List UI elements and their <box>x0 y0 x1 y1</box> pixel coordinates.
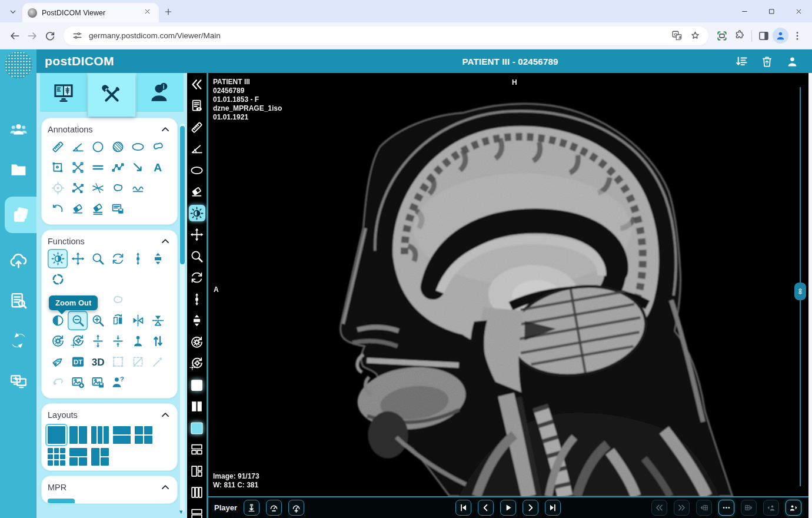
flip-vertical-button[interactable] <box>128 311 148 330</box>
tab-tools[interactable] <box>88 73 135 117</box>
maximize-button[interactable] <box>758 0 785 22</box>
eraser-button[interactable] <box>189 184 205 200</box>
layout-1top-2bottom-button[interactable] <box>69 448 87 466</box>
browser-menu-button[interactable] <box>788 27 806 45</box>
sidebar-item-worklist[interactable] <box>0 287 36 313</box>
annotations-header[interactable]: Annotations <box>48 122 171 137</box>
next-stack-button[interactable] <box>741 500 757 516</box>
zoom-in-button[interactable] <box>88 311 108 330</box>
layout-3x3-button[interactable] <box>48 448 65 466</box>
dicom-dt-button[interactable]: DT <box>68 352 88 371</box>
next-image-button[interactable] <box>523 500 538 516</box>
export-image-button[interactable] <box>68 373 88 392</box>
viewer[interactable]: PATIENT III 02456789 01.01.1853 - F dzne… <box>208 73 808 496</box>
previous-series-button[interactable] <box>651 500 667 516</box>
last-image-button[interactable] <box>545 500 561 516</box>
export-cine-button[interactable] <box>244 500 259 516</box>
sidebar-item-sync[interactable] <box>0 327 36 353</box>
layout-current-button[interactable] <box>189 420 205 436</box>
erase-all-button[interactable] <box>88 199 108 218</box>
polyline-button[interactable] <box>108 158 128 177</box>
speed-up-button[interactable] <box>288 500 304 516</box>
layout-3col-button[interactable] <box>189 484 205 501</box>
tab-display[interactable] <box>40 73 87 112</box>
spline-wave-button[interactable] <box>128 178 148 198</box>
account-button[interactable] <box>785 54 799 68</box>
extensions-button[interactable] <box>731 27 748 45</box>
collapse-panel-button[interactable] <box>189 76 205 92</box>
cross-measure-button[interactable] <box>68 158 88 177</box>
previous-image-button[interactable] <box>478 500 494 516</box>
angle-button[interactable] <box>68 137 88 157</box>
undo-annotation-button[interactable] <box>48 199 68 218</box>
reload-button[interactable] <box>41 27 59 45</box>
reset-rotate-button[interactable] <box>189 334 205 350</box>
layout-1x1-button[interactable] <box>48 426 65 444</box>
patient-orientation-button[interactable] <box>128 331 148 351</box>
scroll-vertical-button[interactable] <box>189 291 205 307</box>
volume-3d-button[interactable]: 3D <box>88 352 108 371</box>
select-region-button[interactable] <box>108 352 128 371</box>
reset-window-button[interactable] <box>68 331 88 351</box>
window-level-button[interactable] <box>48 249 68 268</box>
layout-2row-button[interactable] <box>189 506 205 518</box>
mri-sagittal-brain-image[interactable] <box>287 76 735 496</box>
anonymize-button[interactable]: ? <box>108 373 128 392</box>
reset-rotate-button[interactable] <box>48 331 68 351</box>
next-patient-button[interactable] <box>786 500 801 516</box>
collapse-mpr-button[interactable] <box>159 482 171 493</box>
flip-horizontal-button[interactable] <box>108 311 128 330</box>
localizer-button[interactable] <box>48 270 68 289</box>
stack-slider-thumb[interactable] <box>794 283 806 300</box>
sidebar-item-upload[interactable] <box>0 247 36 273</box>
translate-button[interactable]: GA <box>670 29 683 42</box>
collapse-vertical-button[interactable] <box>108 331 128 351</box>
sidebar-item-share[interactable] <box>0 367 36 393</box>
sort-order-button[interactable] <box>148 331 168 351</box>
cobb-angle-button[interactable] <box>88 178 108 198</box>
layout-1top-2bottom-button[interactable] <box>189 441 205 458</box>
magnify-button[interactable] <box>88 249 108 268</box>
rotate-flip-button[interactable] <box>148 311 168 330</box>
window-level-button[interactable] <box>189 205 205 221</box>
side-panel-button[interactable] <box>755 27 773 45</box>
pan-button[interactable] <box>189 227 205 243</box>
magnify-button[interactable] <box>189 248 205 264</box>
layouts-header[interactable]: Layouts <box>48 407 171 423</box>
ruler-button[interactable] <box>189 119 205 135</box>
layout-1x2-button[interactable] <box>69 426 87 444</box>
address-bar[interactable]: germany.postdicom.com/Viewer/Main GA <box>64 26 708 45</box>
rectangle-button[interactable] <box>48 158 68 177</box>
speed-down-button[interactable] <box>266 500 282 516</box>
pan-button[interactable] <box>68 249 88 268</box>
functions-header[interactable]: Functions <box>48 234 171 249</box>
arrow-button[interactable] <box>128 158 148 177</box>
previous-stack-button[interactable] <box>696 500 712 516</box>
stack-scroll-button[interactable] <box>148 249 168 268</box>
stack-scroll-button[interactable] <box>189 313 205 329</box>
closed-freehand-button[interactable] <box>108 178 128 198</box>
layout-2x2-button[interactable] <box>135 426 152 444</box>
more-options-button[interactable] <box>718 500 734 516</box>
rotate-button[interactable] <box>189 270 205 286</box>
parallel-lines-button[interactable] <box>88 158 108 177</box>
new-tab-button[interactable] <box>161 4 176 19</box>
sort-series-button[interactable] <box>734 54 748 68</box>
report-button[interactable] <box>189 98 205 114</box>
layout-1left-2right-button[interactable] <box>91 448 109 466</box>
angle-button[interactable] <box>189 141 205 157</box>
ellipse-button[interactable] <box>128 137 148 157</box>
ruler-button[interactable] <box>48 137 68 157</box>
sidebar-item-patients[interactable] <box>0 117 36 142</box>
collapse-layouts-button[interactable] <box>159 409 171 421</box>
browser-tab[interactable]: PostDICOM Viewer <box>22 3 159 22</box>
layout-2x1-button[interactable] <box>113 426 131 444</box>
recycle-bin-button[interactable] <box>760 54 774 68</box>
undo-shape-button[interactable] <box>48 373 68 392</box>
zoom-out-button[interactable] <box>68 311 88 330</box>
sidebar-item-folders[interactable] <box>0 157 36 182</box>
ellipse-button[interactable] <box>189 162 205 178</box>
previous-patient-button[interactable] <box>763 500 779 516</box>
collapse-annotations-button[interactable] <box>159 124 171 135</box>
shaded-circle-button[interactable] <box>108 137 128 157</box>
